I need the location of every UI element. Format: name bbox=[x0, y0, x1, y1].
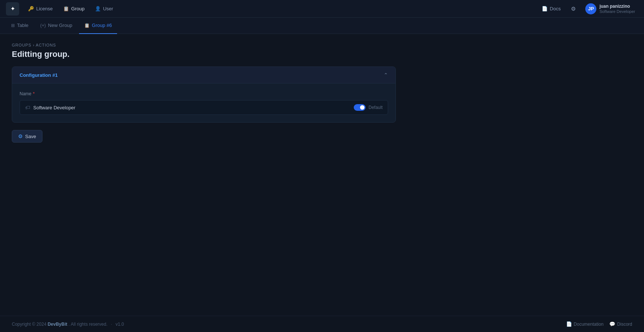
config-card: Configuration #1 ⌃ Name * 🏷 Software Dev… bbox=[12, 66, 396, 123]
tab-table[interactable]: ⊞ Table bbox=[6, 18, 34, 34]
config-body: Name * 🏷 Software Developer Default bbox=[12, 83, 395, 122]
save-icon: ⚙ bbox=[18, 133, 23, 139]
docs-icon: 📄 bbox=[542, 6, 548, 11]
footer-brand: DevByBit bbox=[48, 322, 67, 327]
user-role: Software Developer bbox=[599, 9, 635, 14]
default-label: Default bbox=[369, 105, 383, 110]
new-group-tab-icon: (+) bbox=[40, 23, 46, 28]
table-tab-icon: ⊞ bbox=[11, 23, 15, 28]
avatar: JP bbox=[585, 3, 596, 14]
default-toggle-group: Default bbox=[354, 104, 383, 111]
nav-left: ✦ 🔑 License 📋 Group 👤 User bbox=[6, 2, 117, 16]
user-profile[interactable]: JP juan panizzino Software Developer bbox=[582, 2, 638, 16]
sub-nav: ⊞ Table (+) New Group 📋 Group #6 bbox=[0, 18, 644, 34]
user-info: juan panizzino Software Developer bbox=[599, 4, 635, 14]
group-nav-icon: 📋 bbox=[63, 6, 69, 11]
name-field-value: Software Developer bbox=[33, 105, 351, 110]
save-button[interactable]: ⚙ Save bbox=[12, 130, 42, 143]
footer-copyright: Copyright © 2024 DevByBit . All rights r… bbox=[12, 322, 124, 327]
nav-item-license[interactable]: 🔑 License bbox=[24, 4, 57, 14]
tag-icon: 🏷 bbox=[25, 105, 30, 110]
user-nav-icon: 👤 bbox=[95, 6, 101, 11]
discord-icon: 💬 bbox=[609, 321, 615, 327]
page-title: Editting group. bbox=[12, 49, 632, 59]
chevron-up-icon: ⌃ bbox=[384, 72, 388, 78]
name-field-label: Name * bbox=[20, 91, 388, 96]
tab-new-group[interactable]: (+) New Group bbox=[35, 18, 78, 34]
nav-item-group[interactable]: 📋 Group bbox=[59, 4, 89, 14]
app-logo: ✦ bbox=[6, 2, 19, 16]
settings-button[interactable]: ⚙ bbox=[569, 3, 578, 14]
docs-button[interactable]: 📄 Docs bbox=[538, 4, 565, 14]
top-nav: ✦ 🔑 License 📋 Group 👤 User 📄 Docs ⚙ JP j… bbox=[0, 0, 644, 18]
footer-links: 📄 Documentation 💬 Discord bbox=[566, 321, 632, 327]
name-field-row: 🏷 Software Developer Default bbox=[20, 100, 388, 115]
tab-group-6[interactable]: 📋 Group #6 bbox=[79, 18, 117, 34]
documentation-icon: 📄 bbox=[566, 321, 572, 327]
config-section-title: Configuration #1 bbox=[20, 72, 58, 78]
footer: Copyright © 2024 DevByBit . All rights r… bbox=[0, 316, 644, 332]
config-section-header[interactable]: Configuration #1 ⌃ bbox=[12, 67, 395, 83]
documentation-link[interactable]: 📄 Documentation bbox=[566, 321, 604, 327]
nav-right: 📄 Docs ⚙ JP juan panizzino Software Deve… bbox=[538, 2, 638, 16]
nav-item-user[interactable]: 👤 User bbox=[90, 4, 117, 14]
required-indicator: * bbox=[33, 91, 35, 96]
group6-tab-icon: 📋 bbox=[84, 23, 90, 28]
license-icon: 🔑 bbox=[28, 6, 34, 11]
breadcrumb: GROUPS › ACTIONS bbox=[12, 43, 632, 47]
main-content: GROUPS › ACTIONS Editting group. Configu… bbox=[0, 34, 644, 316]
default-toggle-switch[interactable] bbox=[354, 104, 366, 111]
discord-link[interactable]: 💬 Discord bbox=[609, 321, 632, 327]
user-name: juan panizzino bbox=[599, 4, 635, 10]
